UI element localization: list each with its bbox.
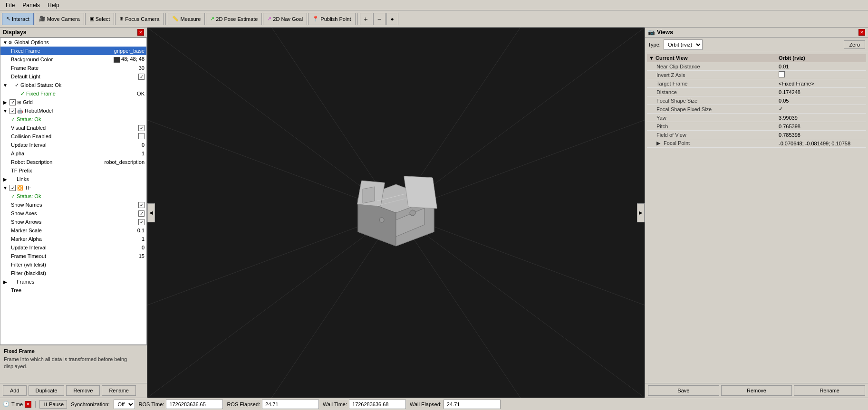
menu-file[interactable]: File	[2, 1, 19, 10]
tree-item-robot-model[interactable]: ▼ 🤖 RobotModel	[0, 106, 146, 115]
cv-header-right: Orbit (rviz)	[779, 55, 864, 61]
tree-item-alpha[interactable]: Alpha 1	[0, 149, 146, 158]
tree-item-robot-description[interactable]: Robot Description robot_description	[0, 158, 146, 166]
tree-item-grid[interactable]: ▶ ⊞ Grid	[0, 98, 146, 106]
cv-row-distance: Distance 0.174248	[647, 88, 866, 96]
tree-item-default-light[interactable]: Default Light	[0, 72, 146, 81]
time-bar-close[interactable]: ✕	[25, 401, 31, 408]
content-area: Displays ✕ ▼ ⚙ Global Options Fixed Fram…	[0, 28, 868, 398]
views-title: 📷 Views	[648, 29, 673, 36]
add-button[interactable]: Add	[3, 385, 27, 396]
tree-item-visual-enabled[interactable]: Visual Enabled	[0, 124, 146, 132]
invert-z-checkbox[interactable]	[779, 71, 785, 77]
remove-tool-button[interactable]: −	[373, 13, 386, 25]
options-tool-button[interactable]: ●	[386, 13, 398, 25]
tree-item-frame-rate[interactable]: Frame Rate 30	[0, 64, 146, 72]
tf-icon: 🔀	[17, 185, 23, 191]
robot-model-3d	[329, 146, 463, 279]
pause-button[interactable]: ⏸ Pause	[39, 400, 67, 409]
tree-item-tf[interactable]: ▼ 🔀 TF	[0, 183, 146, 192]
cursor-icon: ↖	[6, 16, 10, 22]
select-icon: ▣	[89, 16, 94, 22]
ruler-icon: 📏	[172, 16, 179, 22]
tree-item-show-arrows[interactable]: Show Arrows	[0, 218, 146, 226]
grid-checkbox[interactable]	[10, 99, 16, 105]
wall-time-label: Wall Time:	[323, 401, 347, 407]
nav-goal-button[interactable]: ↗ 2D Nav Goal	[263, 13, 307, 25]
tree-item-tf-prefix[interactable]: TF Prefix	[0, 166, 146, 175]
cv-row-focal-point[interactable]: ▶ Focal Point -0.070648; -0.081499; 0.10…	[647, 139, 866, 148]
displays-tree[interactable]: ▼ ⚙ Global Options Fixed Frame gripper_b…	[0, 38, 147, 345]
3d-viewport[interactable]: ◀ ▶	[147, 28, 645, 398]
nav-arrow-left[interactable]: ◀	[147, 203, 155, 222]
menu-panels[interactable]: Panels	[19, 1, 44, 10]
info-description: Frame into which all data is transformed…	[4, 356, 143, 371]
focus-camera-button[interactable]: ⊕ Focus Camera	[115, 13, 164, 25]
tree-item-filter-whitelist[interactable]: Filter (whitelist)	[0, 260, 146, 269]
tree-item-marker-alpha[interactable]: Marker Alpha 1	[0, 235, 146, 243]
select-button[interactable]: ▣ Select	[85, 13, 115, 25]
nav-arrow-right[interactable]: ▶	[637, 203, 645, 222]
collision-enabled-checkbox[interactable]	[138, 133, 145, 139]
svg-point-22	[379, 218, 384, 222]
pose-estimate-button[interactable]: ↗ 2D Pose Estimate	[206, 13, 262, 25]
move-camera-button[interactable]: 🎥 Move Camera	[35, 13, 84, 25]
tf-checkbox[interactable]	[10, 185, 16, 191]
tree-item-global-status[interactable]: ▼ ✓ Global Status: Ok	[0, 81, 146, 89]
rename-view-button[interactable]: Rename	[794, 385, 865, 396]
tree-item-background-color[interactable]: Background Color 48; 48; 48	[0, 55, 146, 64]
arrow-nav-icon: ↗	[267, 16, 271, 22]
tree-item-fixed-frame[interactable]: Fixed Frame gripper_base	[0, 47, 146, 55]
sync-label: Synchronization:	[71, 401, 109, 407]
tree-item-tf-status[interactable]: ✓ Status: Ok	[0, 192, 146, 200]
sync-dropdown[interactable]: Off	[114, 400, 135, 409]
svg-marker-17	[363, 187, 375, 203]
show-arrows-checkbox[interactable]	[138, 219, 145, 225]
publish-point-button[interactable]: 📍 Publish Point	[308, 13, 355, 25]
tree-item-show-axes[interactable]: Show Axes	[0, 209, 146, 218]
expand-icon: ▼	[2, 40, 8, 45]
tree-item-filter-blacklist[interactable]: Filter (blacklist)	[0, 269, 146, 277]
tree-item-tree[interactable]: Tree	[0, 286, 146, 295]
type-dropdown[interactable]: Orbit (rviz)	[664, 39, 703, 50]
tree-item-links[interactable]: ▶ Links	[0, 175, 146, 183]
remove-button[interactable]: Remove	[66, 385, 100, 396]
tree-item-rm-status[interactable]: ✓ Status: Ok	[0, 115, 146, 124]
remove-view-button[interactable]: Remove	[721, 385, 792, 396]
views-close-button[interactable]: ✕	[858, 29, 865, 36]
tree-item-global-options[interactable]: ▼ ⚙ Global Options	[0, 38, 146, 47]
menu-help[interactable]: Help	[44, 1, 63, 10]
cv-row-invert-z: Invert Z Axis	[647, 71, 866, 79]
tree-item-frames[interactable]: ▶ Frames	[0, 277, 146, 286]
duplicate-button[interactable]: Duplicate	[29, 385, 65, 396]
tree-item-collision-enabled[interactable]: Collision Enabled	[0, 132, 146, 141]
menubar: File Panels Help	[0, 0, 868, 10]
displays-close-button[interactable]: ✕	[137, 29, 144, 36]
tree-item-marker-scale[interactable]: Marker Scale 0.1	[0, 226, 146, 235]
robot-model-checkbox[interactable]	[10, 108, 16, 114]
svg-point-21	[410, 210, 415, 216]
tree-item-frame-timeout[interactable]: Frame Timeout 15	[0, 252, 146, 260]
save-view-button[interactable]: Save	[648, 385, 719, 396]
camera-icon: 🎥	[39, 16, 46, 22]
add-tool-button[interactable]: +	[360, 13, 372, 25]
interact-button[interactable]: ↖ Interact	[2, 13, 34, 25]
tree-item-tf-update-interval[interactable]: Update Interval 0	[0, 243, 146, 252]
focal-point-expand[interactable]: ▶	[656, 140, 662, 146]
measure-button[interactable]: 📏 Measure	[168, 13, 205, 25]
show-axes-checkbox[interactable]	[138, 210, 145, 217]
robot-icon: 🤖	[17, 108, 23, 114]
visual-enabled-checkbox[interactable]	[138, 125, 145, 131]
tree-item-ff-status[interactable]: ✓ Fixed Frame OK	[0, 89, 146, 98]
tree-item-show-names[interactable]: Show Names	[0, 200, 146, 209]
ros-time-label: ROS Time:	[139, 401, 164, 407]
info-panel: Fixed Frame Frame into which all data is…	[0, 345, 147, 383]
cv-row-pitch: Pitch 0.765398	[647, 122, 866, 131]
default-light-checkbox[interactable]	[138, 74, 145, 80]
rename-button[interactable]: Rename	[102, 385, 136, 396]
show-names-checkbox[interactable]	[138, 202, 145, 208]
tree-item-update-interval[interactable]: Update Interval 0	[0, 141, 146, 149]
zero-button[interactable]: Zero	[844, 40, 865, 49]
pin-icon: 📍	[312, 16, 319, 22]
views-toolbar: Type: Orbit (rviz) Zero	[645, 38, 868, 52]
